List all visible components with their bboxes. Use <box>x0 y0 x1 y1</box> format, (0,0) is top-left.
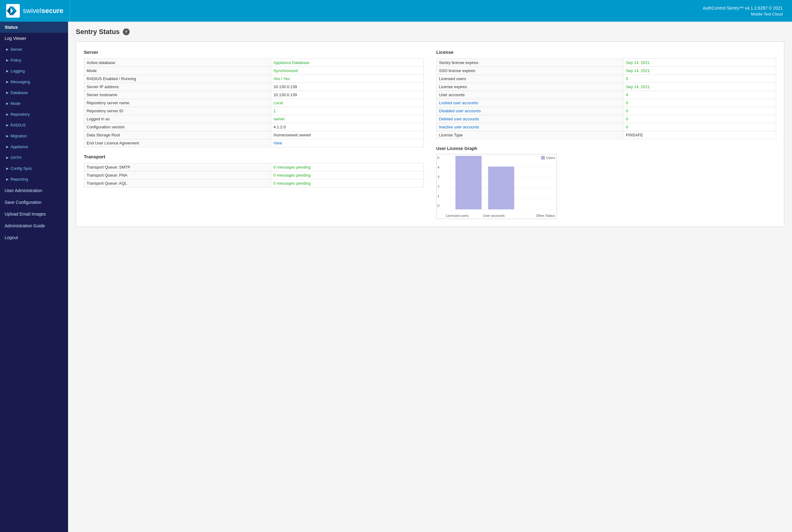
table-row: License TypePINSAFE <box>436 131 776 139</box>
sidebar-item-policy[interactable]: ▶ Policy <box>0 55 68 65</box>
chevron-icon: ▶ <box>6 80 9 83</box>
table-row: Disabled user accounts0 <box>436 107 776 115</box>
sidebar-item-upload-email[interactable]: Upload Email Images <box>0 208 68 220</box>
row-label: Server hostname <box>84 91 271 99</box>
sidebar-item-logging[interactable]: ▶ Logging <box>0 65 68 76</box>
sidebar-item-radius[interactable]: ▶ RADIUS <box>0 120 68 131</box>
table-row: SSO license expiresSep 14, 2021 <box>436 67 776 75</box>
logo-secure: secure <box>41 7 63 15</box>
sidebar-label-database: Database <box>11 90 28 95</box>
graph-title: User License Graph <box>436 146 776 151</box>
sidebar-item-messaging[interactable]: ▶ Messaging <box>0 76 68 87</box>
row-value: 4.1.2.0 <box>271 123 423 131</box>
table-row: Transport Queue: SMTP0 messages pending <box>84 163 424 171</box>
row-label: Data Storage Root <box>84 131 271 139</box>
row-value[interactable]: View <box>271 139 423 147</box>
sidebar-label-messaging: Messaging <box>11 79 30 84</box>
help-icon[interactable]: ? <box>123 28 130 35</box>
sidebar-label-migration: Migration <box>11 134 27 138</box>
sidebar-item-admin-guide[interactable]: Administration Guide <box>0 220 68 232</box>
sidebar-item-appliance[interactable]: ▶ Appliance <box>0 141 68 152</box>
row-label: Transport Queue: AQL <box>84 179 271 187</box>
sidebar-item-migration[interactable]: ▶ Migration <box>0 131 68 141</box>
chevron-icon: ▶ <box>6 156 9 159</box>
sidebar-item-status[interactable]: Status <box>0 22 68 33</box>
table-row: Active databaseAppliance Database <box>84 59 424 67</box>
row-value: 0 <box>623 99 776 107</box>
sidebar-label-reporting: Reporting <box>11 177 28 182</box>
row-value: 0 <box>623 115 776 123</box>
sidebar-label-log-viewer: Log Viewer <box>5 36 26 41</box>
sidebar-item-config-sync[interactable]: ▶ Config Sync <box>0 163 68 174</box>
row-label[interactable]: Locked user accounts <box>436 99 623 107</box>
row-value: 10.130.0.139 <box>271 83 423 91</box>
sidebar-item-reporting[interactable]: ▶ Reporting <box>0 174 68 185</box>
row-value: 10.130.0.139 <box>271 91 423 99</box>
table-row: Transport Queue: PNA0 messages pending <box>84 171 424 179</box>
row-label[interactable]: Deleted user accounts <box>436 115 623 123</box>
sidebar-label-policy: Policy <box>11 58 21 62</box>
row-value: PINSAFE <box>623 131 776 139</box>
logo-area: swivelsecure <box>0 0 70 22</box>
row-value: 0 messages pending <box>271 163 423 171</box>
sidebar-label-repository: Repository <box>11 112 30 117</box>
sidebar-item-server[interactable]: ▶ Server <box>0 44 68 55</box>
row-label: Active database <box>84 59 271 67</box>
row-label: Repository server name <box>84 99 271 107</box>
main-content: Sentry Status ? Server Active databaseAp… <box>68 22 792 532</box>
table-row: Inactive user accounts0 <box>436 123 776 131</box>
row-label: User accounts <box>436 91 623 99</box>
logo-swivel: swivel <box>23 7 41 15</box>
row-value: Synchronized <box>271 67 423 75</box>
status-grid: Server Active databaseAppliance Database… <box>84 50 776 219</box>
chevron-icon: ▶ <box>6 134 9 138</box>
transport-table: Transport Queue: SMTP0 messages pendingT… <box>84 163 424 187</box>
sidebar-label-status: Status <box>5 25 18 30</box>
table-row: End User Licence AgreementView <box>84 139 424 147</box>
sidebar-item-repository[interactable]: ▶ Repository <box>0 109 68 120</box>
sidebar-item-log-viewer[interactable]: Log Viewer <box>0 33 68 44</box>
row-value: Local <box>271 99 423 107</box>
svg-rect-10 <box>455 156 482 209</box>
row-label: License expires <box>436 83 623 91</box>
row-value: swivel <box>271 115 423 123</box>
table-row: Server hostname10.130.0.139 <box>84 91 424 99</box>
row-value: Yes / Yes <box>271 75 423 83</box>
row-label[interactable]: Disabled user accounts <box>436 107 623 115</box>
sidebar-label-config-sync: Config Sync <box>11 166 32 171</box>
sidebar-item-save-config[interactable]: Save Configuration <box>0 196 68 208</box>
table-row: Repository server ID1 <box>84 107 424 115</box>
chevron-icon: ▶ <box>6 69 9 73</box>
graph-legend-label: Users <box>546 156 555 159</box>
sidebar-label-oath: OATH <box>11 155 21 160</box>
sidebar-label-mode: Mode <box>11 101 21 106</box>
row-label: Licensed users <box>436 75 623 83</box>
table-row: User accounts4 <box>436 91 776 99</box>
sidebar-label-save-config: Save Configuration <box>5 200 41 205</box>
row-label[interactable]: Inactive user accounts <box>436 123 623 131</box>
row-label: Transport Queue: SMTP <box>84 163 271 171</box>
server-table: Active databaseAppliance DatabaseModeSyn… <box>84 58 424 147</box>
user-license-chart <box>449 156 553 209</box>
license-section-title: License <box>436 50 776 55</box>
row-value: 0 <box>623 107 776 115</box>
sidebar-item-user-admin[interactable]: User Administration <box>0 185 68 196</box>
table-row: Locked user accounts0 <box>436 99 776 107</box>
table-row: Licensed users5 <box>436 75 776 83</box>
sidebar-item-database[interactable]: ▶ Database <box>0 87 68 98</box>
app-instance: Mobile Test Cloud <box>751 12 783 16</box>
page-title-text: Sentry Status <box>76 28 120 36</box>
sidebar-item-mode[interactable]: ▶ Mode <box>0 98 68 109</box>
row-label: SSO license expires <box>436 67 623 75</box>
license-table: Sentry license expiresSep 14, 2021SSO li… <box>436 58 776 139</box>
header-info: AuthControl Sentry™ v4.1.2.6287 © 2021 M… <box>70 0 792 22</box>
table-row: RADIUS Enabled / RunningYes / Yes <box>84 75 424 83</box>
app-version: AuthControl Sentry™ v4.1.2.6287 © 2021 <box>703 5 783 11</box>
sidebar-item-logout[interactable]: Logout <box>0 232 68 243</box>
row-label: Configuration version <box>84 123 271 131</box>
sidebar-item-oath[interactable]: ▶ OATH <box>0 152 68 163</box>
row-value: 4 <box>623 91 776 99</box>
license-section: License Sentry license expiresSep 14, 20… <box>436 50 776 219</box>
row-value: Sep 14, 2021 <box>623 83 776 91</box>
sidebar-label-appliance: Appliance <box>11 145 28 149</box>
